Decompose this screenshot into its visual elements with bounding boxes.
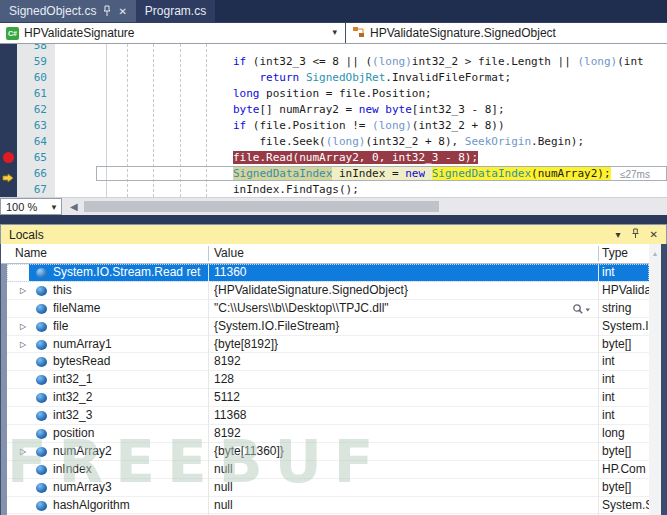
window-position-icon[interactable]: ▾ <box>616 230 621 240</box>
code-token[interactable]: SignedDataIndex <box>432 167 531 180</box>
members-dropdown[interactable]: HPValidateSignature.SignedObject <box>346 23 667 43</box>
code-token[interactable]: .Begin); <box>531 135 584 148</box>
scroll-left-icon[interactable]: ◀ <box>70 201 78 212</box>
variable-value[interactable]: null <box>208 480 598 494</box>
column-header-type[interactable]: Type <box>602 246 628 260</box>
code-line-63[interactable]: if (file.Position != (long)(int32_2 + 8)… <box>0 118 667 134</box>
text-visualizer-magnifier-icon[interactable] <box>572 303 592 315</box>
variable-value[interactable]: null <box>208 498 598 512</box>
vertical-scrollbar[interactable]: ▲ <box>649 244 661 515</box>
close-icon[interactable]: ✕ <box>118 6 126 17</box>
pin-icon[interactable] <box>631 228 640 241</box>
column-splitter[interactable] <box>208 246 209 261</box>
code-token[interactable]: return <box>260 71 300 84</box>
locals-row-system-io-stream-read-returned[interactable]: System.IO.Stream.Read returned11360int <box>7 264 649 282</box>
code-line-65[interactable]: file.Read(numArray2, 0, int32_3 - 8); <box>0 150 667 166</box>
locals-row-hashalgorithm[interactable]: hashAlgorithmnullSystem.S <box>7 497 649 515</box>
column-splitter[interactable] <box>598 246 599 261</box>
code-token[interactable]: byte <box>385 103 412 116</box>
code-token[interactable]: [int32_3 - 8]; <box>412 103 505 116</box>
variable-value[interactable]: {HPValidateSignature.SignedObject} <box>208 283 598 297</box>
locals-row-position[interactable]: position8192long <box>7 425 649 443</box>
code-token[interactable]: if <box>233 119 246 132</box>
variable-value[interactable]: 8192 <box>208 426 598 440</box>
locals-row-numarray2[interactable]: ▷numArray2{byte[11360]}byte[] <box>7 443 649 461</box>
expand-arrow-icon[interactable]: ▷ <box>20 447 26 456</box>
locals-row-this[interactable]: ▷this{HPValidateSignature.SignedObject}H… <box>7 282 649 300</box>
chevron-down-icon[interactable]: ▼ <box>50 203 58 212</box>
scroll-up-icon[interactable]: ▲ <box>649 244 661 257</box>
code-token[interactable]: (long) <box>326 135 366 148</box>
close-icon[interactable]: ✕ <box>650 230 658 240</box>
zoom-level-dropdown[interactable]: 100 % ▼ <box>0 198 62 215</box>
column-header-name[interactable]: Name <box>15 246 47 260</box>
code-line-64[interactable]: file.Seek((long)(int32_2 + 8), SeekOrigi… <box>0 134 667 150</box>
expand-arrow-icon[interactable]: ▷ <box>20 322 26 331</box>
variable-value[interactable]: {byte[11360]} <box>208 444 598 458</box>
code-token[interactable]: (int32_3 <= 8 || ( <box>246 55 372 68</box>
code-token[interactable] <box>425 167 432 180</box>
code-token[interactable]: (int32_2 + 8)) <box>412 119 505 132</box>
code-line-61[interactable]: long position = file.Position; <box>0 86 667 102</box>
locals-row-file[interactable]: ▷file{System.IO.FileStream}System.IO.Fil… <box>7 318 649 336</box>
code-token[interactable]: file.Seek( <box>233 135 326 148</box>
column-header-value[interactable]: Value <box>214 246 244 260</box>
code-token[interactable]: (long) <box>577 55 617 68</box>
tab-program[interactable]: Program.cs <box>136 0 215 22</box>
code-token[interactable]: file.Read(numArray2, 0, int32_3 - 8); <box>233 151 478 164</box>
code-token[interactable]: inIndex = <box>332 167 405 180</box>
locals-row-numarray3[interactable]: numArray3nullbyte[] <box>7 479 649 497</box>
variable-value[interactable]: null <box>208 462 598 476</box>
locals-row-int32-3[interactable]: int32_311368int <box>7 407 649 425</box>
code-token[interactable]: (int <box>617 55 644 68</box>
perf-tip[interactable]: ≤27ms <box>620 167 650 183</box>
locals-row-numarray1[interactable]: ▷numArray1{byte[8192]}byte[] <box>7 336 649 354</box>
locals-titlebar[interactable]: Locals ▾ ✕ <box>0 224 667 244</box>
scrollbar-thumb[interactable] <box>84 201 439 212</box>
variable-value[interactable]: 128 <box>208 372 598 386</box>
code-token[interactable]: [] numArray2 = <box>260 103 359 116</box>
horizontal-scrollbar[interactable]: ◀ <box>62 198 667 215</box>
types-dropdown[interactable]: C# HPValidateSignature ▾ <box>0 23 346 43</box>
locals-row-int32-2[interactable]: int32_25112int <box>7 389 649 407</box>
code-line-66[interactable]: SignedDataIndex inIndex = new SignedData… <box>0 166 667 182</box>
code-editor[interactable]: if (int32_3 <= 8 || ((long)int32_2 > fil… <box>0 44 667 197</box>
variable-value[interactable]: 11368 <box>208 408 598 422</box>
code-token[interactable]: (numArray2); <box>531 167 610 180</box>
code-token[interactable]: SignedDataIndex <box>233 167 332 180</box>
expand-arrow-icon[interactable]: ▷ <box>20 286 26 295</box>
code-token[interactable]: long <box>233 87 260 100</box>
variable-value[interactable]: "C:\\Users\\b\\Desktop\\TPJC.dll" <box>208 301 598 315</box>
code-token[interactable] <box>233 71 260 84</box>
code-token[interactable]: new <box>405 167 425 180</box>
code-token[interactable]: (long) <box>372 55 412 68</box>
code-token[interactable]: SignedObjRet <box>306 71 385 84</box>
variable-value[interactable]: {byte[8192]} <box>208 337 598 351</box>
breakpoint-icon[interactable] <box>3 152 14 163</box>
tab-signedobject[interactable]: SignedObject.cs ✕ <box>0 0 136 22</box>
variable-value[interactable]: 8192 <box>208 354 598 368</box>
code-token[interactable]: int32_2 > file.Length || <box>412 55 578 68</box>
code-token[interactable]: SeekOrigin <box>465 135 531 148</box>
variable-value[interactable]: {System.IO.FileStream} <box>208 319 598 333</box>
locals-row-bytesread[interactable]: bytesRead8192int <box>7 353 649 371</box>
pin-icon[interactable] <box>102 5 112 17</box>
code-line-62[interactable]: byte[] numArray2 = new byte[int32_3 - 8]… <box>0 102 667 118</box>
code-token[interactable]: new <box>359 103 379 116</box>
code-token[interactable]: (long) <box>372 119 412 132</box>
code-token[interactable]: position = file.Position; <box>260 87 432 100</box>
locals-row-int32-1[interactable]: int32_1128int <box>7 371 649 389</box>
code-token[interactable] <box>299 71 306 84</box>
variable-value[interactable]: 11360 <box>208 265 598 279</box>
code-line-59[interactable]: if (int32_3 <= 8 || ((long)int32_2 > fil… <box>0 54 667 70</box>
code-token[interactable]: if <box>233 55 246 68</box>
code-token[interactable]: .InvalidFileFormat; <box>385 71 511 84</box>
locals-row-filename[interactable]: fileName"C:\\Users\\b\\Desktop\\TPJC.dll… <box>7 300 649 318</box>
code-token[interactable]: (file.Position != <box>246 119 372 132</box>
code-line-58[interactable] <box>0 44 667 54</box>
code-line-60[interactable]: return SignedObjRet.InvalidFileFormat; <box>0 70 667 86</box>
chevron-down-icon[interactable]: ▾ <box>332 27 337 37</box>
locals-row-inindex[interactable]: inIndexnullHP.Com <box>7 461 649 479</box>
variable-value[interactable]: 5112 <box>208 390 598 404</box>
expand-arrow-icon[interactable]: ▷ <box>20 340 26 349</box>
